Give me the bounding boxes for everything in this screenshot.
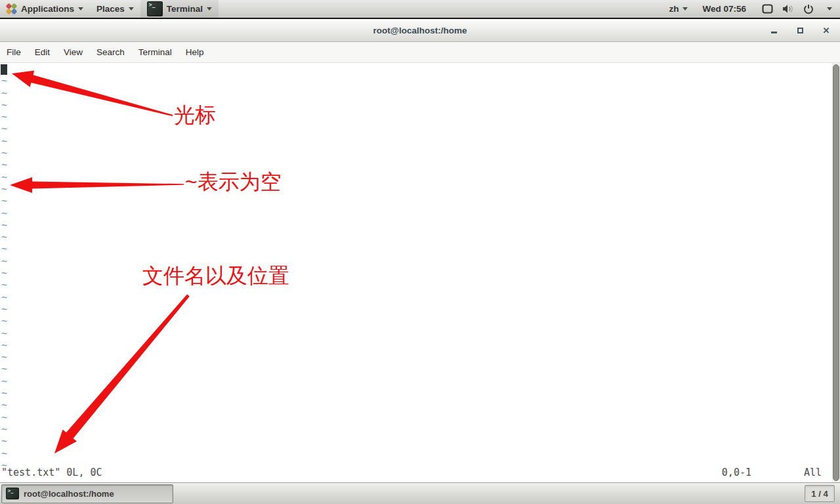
- chevron-down-icon[interactable]: [827, 7, 832, 10]
- tilde-column: ~~~~~~~~~~~~~~~~~~~~~~~~~~~~~~~~~: [1, 75, 7, 471]
- applications-menu[interactable]: Applications: [0, 0, 90, 18]
- menu-item-view[interactable]: View: [64, 47, 83, 57]
- terminal-menubar: FileEditViewSearchTerminalHelp: [0, 42, 840, 63]
- clock[interactable]: Wed 07:56: [694, 0, 754, 18]
- chevron-down-icon: [682, 7, 688, 10]
- taskbar-window-label: root@localhost:/home: [24, 489, 114, 499]
- vim-empty-line: ~: [1, 448, 7, 459]
- vim-empty-line: ~: [1, 111, 7, 123]
- vim-empty-line: ~: [1, 339, 7, 351]
- places-menu-label: Places: [96, 4, 125, 14]
- applications-icon: [7, 4, 16, 14]
- applications-menu-label: Applications: [21, 4, 74, 14]
- vim-empty-line: ~: [1, 303, 7, 315]
- app-menu-terminal[interactable]: Terminal: [140, 0, 219, 18]
- top-panel: Applications Places Terminal zh Wed 07:5…: [0, 0, 840, 19]
- menu-item-edit[interactable]: Edit: [35, 47, 50, 57]
- vim-empty-line: ~: [1, 423, 7, 435]
- screen-icon[interactable]: [762, 4, 773, 14]
- maximize-button[interactable]: [795, 26, 805, 35]
- vim-empty-line: ~: [1, 147, 7, 159]
- vim-empty-line: ~: [1, 207, 7, 219]
- workspace-pager[interactable]: 1 / 4: [805, 485, 835, 502]
- annotation-text: ~表示为空: [185, 171, 282, 194]
- volume-icon[interactable]: [782, 4, 794, 14]
- vim-empty-line: ~: [1, 243, 7, 255]
- vim-cursor: [1, 64, 7, 75]
- vim-empty-line: ~: [1, 327, 7, 339]
- vim-empty-line: ~: [1, 183, 7, 195]
- vim-empty-line: ~: [1, 267, 7, 279]
- window-titlebar[interactable]: root@localhost:/home ✕: [0, 19, 840, 42]
- minimize-button[interactable]: [769, 26, 778, 35]
- vim-ruler-position: 0,0-1: [722, 467, 751, 478]
- vim-empty-line: ~: [1, 255, 7, 267]
- vim-empty-line: ~: [1, 87, 7, 99]
- menu-item-search[interactable]: Search: [96, 47, 125, 57]
- terminal-icon: [6, 488, 19, 499]
- vim-empty-line: ~: [1, 99, 7, 111]
- terminal-icon: [147, 1, 163, 16]
- vim-empty-line: ~: [1, 279, 7, 291]
- annotation-text: 文件名以及位置: [142, 264, 289, 287]
- vim-empty-line: ~: [1, 171, 7, 183]
- input-method-indicator[interactable]: zh: [662, 0, 694, 18]
- window-title: root@localhost:/home: [373, 26, 467, 35]
- annotation-text: 光标: [174, 104, 216, 127]
- vim-empty-line: ~: [1, 375, 7, 387]
- menu-item-file[interactable]: File: [7, 47, 21, 57]
- taskbar-window-button[interactable]: root@localhost:/home: [1, 484, 173, 503]
- menu-item-help[interactable]: Help: [186, 47, 204, 57]
- vim-empty-line: ~: [1, 231, 7, 243]
- vim-status-message: "test.txt" 0L, 0C: [1, 467, 102, 478]
- vim-empty-line: ~: [1, 411, 7, 423]
- vim-empty-line: ~: [1, 75, 7, 87]
- terminal-screen[interactable]: ~~~~~~~~~~~~~~~~~~~~~~~~~~~~~~~~~ "test.…: [0, 63, 840, 482]
- chevron-down-icon: [207, 7, 212, 10]
- chevron-down-icon: [78, 7, 83, 10]
- vim-empty-line: ~: [1, 351, 7, 363]
- vim-empty-line: ~: [1, 399, 7, 411]
- scrollbar-track[interactable]: [832, 63, 840, 482]
- vim-empty-line: ~: [1, 363, 7, 375]
- vim-empty-line: ~: [1, 435, 7, 447]
- places-menu[interactable]: Places: [90, 0, 140, 18]
- close-button[interactable]: ✕: [822, 26, 831, 35]
- vim-scroll-position: All: [804, 467, 822, 478]
- vim-empty-line: ~: [1, 195, 7, 207]
- vim-empty-line: ~: [1, 387, 7, 399]
- chevron-down-icon: [129, 7, 134, 10]
- power-icon[interactable]: [803, 4, 814, 14]
- scrollbar-thumb[interactable]: [833, 64, 839, 481]
- vim-empty-line: ~: [1, 159, 7, 171]
- menu-item-terminal[interactable]: Terminal: [138, 47, 172, 57]
- taskbar: root@localhost:/home 1 / 4: [0, 482, 840, 504]
- input-method-label: zh: [669, 4, 679, 14]
- app-menu-label: Terminal: [167, 4, 203, 14]
- vim-empty-line: ~: [1, 291, 7, 303]
- vim-empty-line: ~: [1, 219, 7, 231]
- vim-empty-line: ~: [1, 135, 7, 147]
- vim-empty-line: ~: [1, 123, 7, 135]
- vim-empty-line: ~: [1, 315, 7, 327]
